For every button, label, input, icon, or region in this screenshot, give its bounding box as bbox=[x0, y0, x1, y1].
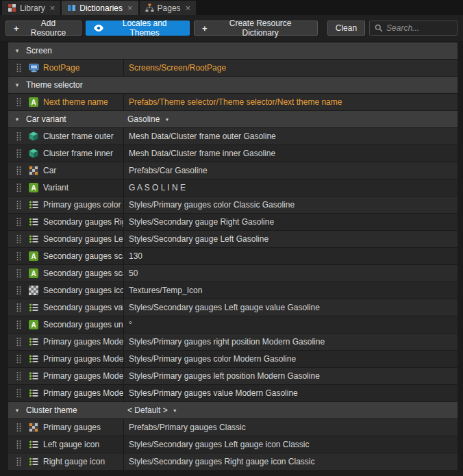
drag-handle-icon[interactable] bbox=[8, 423, 29, 432]
drag-handle-icon[interactable] bbox=[8, 457, 29, 466]
table-row[interactable]: A Variant G A S O L I N E bbox=[8, 179, 458, 196]
resource-name: Primary gauges Mode bbox=[43, 371, 123, 381]
clean-button[interactable]: Clean bbox=[327, 21, 365, 36]
style-icon bbox=[29, 200, 39, 210]
resource-name: Secondary gauges un bbox=[43, 320, 123, 329]
resource-name: Next theme name bbox=[43, 97, 123, 107]
search-input[interactable] bbox=[386, 23, 452, 33]
drag-handle-icon[interactable] bbox=[8, 131, 29, 141]
drag-handle-icon[interactable] bbox=[8, 63, 29, 73]
resource-value: Styles/Secondary gauges Left gauge value… bbox=[123, 299, 458, 316]
search-box[interactable] bbox=[369, 21, 458, 36]
table-row[interactable]: Primary gauges Mode Styles/Primary gauge… bbox=[8, 334, 458, 350]
resource-name: Primary gauges Mode bbox=[43, 337, 123, 347]
table-row[interactable]: Secondary gauges Lef Styles/Secondary ga… bbox=[8, 231, 458, 247]
table-row[interactable]: Primary gauges Mode Styles/Primary gauge… bbox=[8, 385, 458, 401]
collapse-triangle-icon[interactable]: ▼ bbox=[8, 408, 26, 414]
style-icon bbox=[29, 354, 39, 364]
table-row[interactable]: Secondary gauges val Styles/Secondary ga… bbox=[8, 299, 458, 316]
tab-label: Dictionaries bbox=[79, 3, 123, 13]
resource-value: Prefabs/Theme selector/Theme selector/Ne… bbox=[123, 94, 458, 110]
resource-name: Cluster frame inner bbox=[43, 149, 123, 158]
close-icon[interactable]: × bbox=[127, 3, 133, 12]
section-label: Car variant bbox=[26, 114, 66, 124]
drag-handle-icon[interactable] bbox=[8, 97, 29, 107]
table-row[interactable]: Car Prefabs/Car Gasoline bbox=[8, 162, 458, 179]
add-resource-button[interactable]: + Add Resource bbox=[5, 21, 82, 36]
text-icon: A bbox=[29, 251, 39, 261]
resource-name: Secondary gauges ico bbox=[43, 286, 123, 295]
drag-handle-icon[interactable] bbox=[8, 200, 29, 210]
resource-value: Textures/Temp_Icon bbox=[123, 282, 458, 299]
table-row[interactable]: A Secondary gauges un ° bbox=[8, 316, 458, 333]
drag-handle-icon[interactable] bbox=[8, 234, 29, 244]
section-header[interactable]: ▼ Car variant Gasoline ▼ bbox=[8, 111, 458, 127]
svg-text:A: A bbox=[31, 184, 36, 192]
drag-handle-icon[interactable] bbox=[8, 217, 29, 227]
section-header[interactable]: ▼ Cluster theme < Default > ▼ bbox=[8, 402, 458, 418]
collapse-triangle-icon[interactable]: ▼ bbox=[8, 82, 26, 88]
drag-handle-icon[interactable] bbox=[8, 149, 29, 158]
table-row[interactable]: Cluster frame outer Mesh Data/Cluster fr… bbox=[8, 128, 458, 145]
eye-icon bbox=[94, 25, 103, 32]
text-icon: A bbox=[29, 268, 39, 278]
locales-and-themes-button[interactable]: Locales and Themes bbox=[86, 21, 190, 36]
drag-handle-icon[interactable] bbox=[8, 286, 29, 295]
section-dropdown[interactable]: < Default > ▼ bbox=[127, 405, 177, 415]
resource-table: ▼ Screen RootPage Screens/Screen/RootPag… bbox=[0, 41, 463, 470]
table-row[interactable]: Primary gauges Prefabs/Primary gauges Cl… bbox=[8, 419, 458, 436]
table-row[interactable]: Secondary gauges Rig Styles/Secondary ga… bbox=[8, 214, 458, 230]
resource-value: Styles/Primary gauges left position Mode… bbox=[123, 368, 458, 384]
table-row[interactable]: RootPage Screens/Screen/RootPage bbox=[8, 60, 458, 76]
drag-handle-icon[interactable] bbox=[8, 337, 29, 347]
table-row[interactable]: A Next theme name Prefabs/Theme selector… bbox=[8, 94, 458, 110]
drag-handle-icon[interactable] bbox=[8, 388, 29, 398]
table-row[interactable]: Left gauge icon Styles/Secondary gauges … bbox=[8, 436, 458, 453]
dictionaries-icon bbox=[67, 3, 76, 12]
tab-dictionaries[interactable]: Dictionaries × bbox=[62, 1, 138, 15]
resource-name: Right gauge icon bbox=[43, 457, 123, 466]
tab-pages[interactable]: Pages × bbox=[140, 1, 197, 15]
toolbar: + Add Resource Locales and Themes + Crea… bbox=[0, 15, 463, 41]
section-dropdown[interactable]: Gasoline ▼ bbox=[127, 114, 169, 124]
drag-handle-icon[interactable] bbox=[8, 440, 29, 449]
table-row[interactable]: Cluster frame inner Mesh Data/Cluster fr… bbox=[8, 145, 458, 162]
resource-value: Prefabs/Primary gauges Classic bbox=[123, 419, 458, 436]
resource-name: Primary gauges bbox=[43, 423, 123, 432]
style-icon bbox=[29, 234, 39, 244]
drag-handle-icon[interactable] bbox=[8, 251, 29, 261]
text-icon: A bbox=[29, 97, 39, 107]
section-header[interactable]: ▼ Theme selector bbox=[8, 77, 458, 93]
close-icon[interactable]: × bbox=[50, 3, 55, 12]
drag-handle-icon[interactable] bbox=[8, 166, 29, 175]
svg-text:A: A bbox=[31, 270, 36, 277]
table-row[interactable]: Primary gauges color Styles/Primary gaug… bbox=[8, 197, 458, 213]
create-resource-dictionary-button[interactable]: + Create Resource Dictionary bbox=[194, 21, 318, 36]
close-icon[interactable]: × bbox=[186, 3, 191, 12]
drag-handle-icon[interactable] bbox=[8, 354, 29, 364]
table-row[interactable]: Right gauge icon Styles/Secondary gauges… bbox=[8, 453, 458, 470]
tab-bar: Library × Dictionaries × Pages × bbox=[0, 0, 463, 15]
collapse-triangle-icon[interactable]: ▼ bbox=[8, 116, 26, 123]
drag-handle-icon[interactable] bbox=[8, 268, 29, 278]
table-row[interactable]: A Secondary gauges sca 50 bbox=[8, 265, 458, 281]
drag-handle-icon[interactable] bbox=[8, 320, 29, 329]
resource-name: Secondary gauges val bbox=[43, 303, 123, 312]
section-header[interactable]: ▼ Screen bbox=[8, 42, 458, 59]
table-row[interactable]: Primary gauges Mode Styles/Primary gauge… bbox=[8, 351, 458, 367]
style-icon bbox=[29, 388, 39, 398]
table-row[interactable]: Primary gauges Mode Styles/Primary gauge… bbox=[8, 368, 458, 384]
tab-label: Pages bbox=[158, 3, 181, 13]
drag-handle-icon[interactable] bbox=[8, 303, 29, 312]
table-row[interactable]: A Secondary gauges sca 130 bbox=[8, 248, 458, 264]
resource-name: Secondary gauges Rig bbox=[43, 217, 123, 227]
collapse-triangle-icon[interactable]: ▼ bbox=[8, 48, 26, 54]
locales-and-themes-label: Locales and Themes bbox=[108, 18, 182, 38]
style-icon bbox=[29, 440, 39, 449]
tab-library[interactable]: Library × bbox=[2, 1, 60, 15]
text-icon: A bbox=[29, 183, 39, 192]
resource-name: Cluster frame outer bbox=[43, 131, 123, 141]
drag-handle-icon[interactable] bbox=[8, 371, 29, 381]
drag-handle-icon[interactable] bbox=[8, 183, 29, 192]
table-row[interactable]: Secondary gauges ico Textures/Temp_Icon bbox=[8, 282, 458, 299]
